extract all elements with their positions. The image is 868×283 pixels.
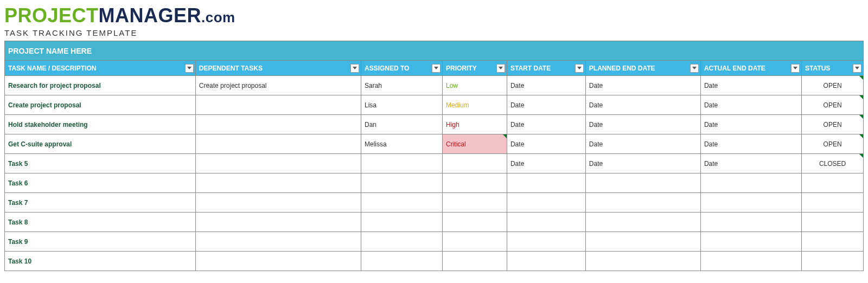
cell-dep[interactable] [195,134,361,154]
cell-assigned[interactable] [361,154,442,173]
cell-start[interactable] [507,173,585,193]
filter-dropdown-icon[interactable] [350,64,359,73]
cell-assigned[interactable]: Sarah [361,76,442,95]
cell-status[interactable]: OPEN [802,76,864,95]
cell-planned[interactable] [585,232,700,252]
cell-actual[interactable]: Date [700,154,801,173]
template-subtitle: TASK TRACKING TEMPLATE [4,28,864,37]
svg-marker-3 [499,67,503,69]
cell-priority[interactable]: Critical [442,134,507,154]
cell-indicator-icon [859,76,863,80]
cell-dep[interactable] [195,193,361,213]
cell-actual[interactable] [700,173,801,193]
cell-start[interactable]: Date [507,76,585,95]
cell-planned[interactable]: Date [585,115,700,134]
cell-assigned[interactable] [361,232,442,252]
cell-dep[interactable]: Create project proposal [195,76,361,95]
table-row: Hold stakeholder meetingDanHighDateDateD… [5,115,864,134]
table-row: Task 8 [5,213,864,232]
cell-actual[interactable] [700,232,801,252]
cell-start[interactable] [507,252,585,271]
cell-assigned[interactable]: Dan [361,115,442,134]
cell-task[interactable]: Hold stakeholder meeting [5,115,196,134]
filter-dropdown-icon[interactable] [575,64,584,73]
cell-assigned[interactable] [361,173,442,193]
cell-indicator-icon [859,115,863,119]
cell-status[interactable]: CLOSED [802,154,864,173]
cell-dep[interactable] [195,252,361,271]
cell-status[interactable]: OPEN [802,115,864,134]
cell-planned[interactable]: Date [585,95,700,115]
cell-priority[interactable] [442,193,507,213]
cell-task[interactable]: Task 5 [5,154,196,173]
cell-priority[interactable]: Medium [442,95,507,115]
cell-planned[interactable] [585,173,700,193]
cell-start[interactable] [507,213,585,232]
cell-planned[interactable]: Date [585,76,700,95]
cell-priority[interactable] [442,232,507,252]
cell-dep[interactable] [195,154,361,173]
cell-dep[interactable] [195,173,361,193]
cell-start[interactable] [507,193,585,213]
cell-priority[interactable] [442,154,507,173]
filter-dropdown-icon[interactable] [690,64,699,73]
cell-start[interactable]: Date [507,95,585,115]
cell-planned[interactable]: Date [585,134,700,154]
cell-priority[interactable] [442,252,507,271]
cell-task[interactable]: Get C-suite approval [5,134,196,154]
cell-actual[interactable]: Date [700,134,801,154]
filter-dropdown-icon[interactable] [432,64,441,73]
cell-planned[interactable] [585,193,700,213]
cell-task[interactable]: Research for project proposal [5,76,196,95]
cell-priority[interactable] [442,173,507,193]
filter-dropdown-icon[interactable] [496,64,505,73]
cell-start[interactable]: Date [507,154,585,173]
cell-actual[interactable]: Date [700,76,801,95]
cell-indicator-icon [859,95,863,99]
cell-actual[interactable] [700,193,801,213]
cell-task[interactable]: Task 10 [5,252,196,271]
cell-priority[interactable]: High [442,115,507,134]
cell-assigned[interactable] [361,252,442,271]
cell-task[interactable]: Task 8 [5,213,196,232]
cell-task[interactable]: Task 6 [5,173,196,193]
cell-actual[interactable]: Date [700,95,801,115]
cell-planned[interactable] [585,213,700,232]
cell-dep[interactable] [195,115,361,134]
cell-start[interactable]: Date [507,115,585,134]
project-name-cell[interactable]: PROJECT NAME HERE [5,41,864,61]
header-label: START DATE [510,65,551,72]
filter-dropdown-icon[interactable] [791,64,800,73]
cell-actual[interactable]: Date [700,115,801,134]
cell-dep[interactable] [195,95,361,115]
cell-task[interactable]: Task 9 [5,232,196,252]
cell-dep[interactable] [195,232,361,252]
cell-assigned[interactable] [361,213,442,232]
cell-task[interactable]: Task 7 [5,193,196,213]
cell-priority[interactable] [442,213,507,232]
cell-priority[interactable]: Low [442,76,507,95]
cell-assigned[interactable] [361,193,442,213]
cell-status[interactable] [802,173,864,193]
cell-assigned[interactable]: Lisa [361,95,442,115]
cell-status[interactable]: OPEN [802,95,864,115]
cell-dep[interactable] [195,213,361,232]
cell-planned[interactable]: Date [585,154,700,173]
cell-actual[interactable] [700,252,801,271]
cell-status[interactable] [802,193,864,213]
table-row: Create project proposalLisaMediumDateDat… [5,95,864,115]
cell-start[interactable] [507,232,585,252]
cell-actual[interactable] [700,213,801,232]
table-row: Task 9 [5,232,864,252]
cell-status[interactable] [802,213,864,232]
cell-assigned[interactable]: Melissa [361,134,442,154]
cell-planned[interactable] [585,252,700,271]
cell-status[interactable] [802,232,864,252]
cell-status[interactable]: OPEN [802,134,864,154]
filter-dropdown-icon[interactable] [185,64,194,73]
cell-task[interactable]: Create project proposal [5,95,196,115]
table-row: Task 7 [5,193,864,213]
cell-start[interactable]: Date [507,134,585,154]
cell-status[interactable] [802,252,864,271]
filter-dropdown-icon[interactable] [853,64,861,73]
